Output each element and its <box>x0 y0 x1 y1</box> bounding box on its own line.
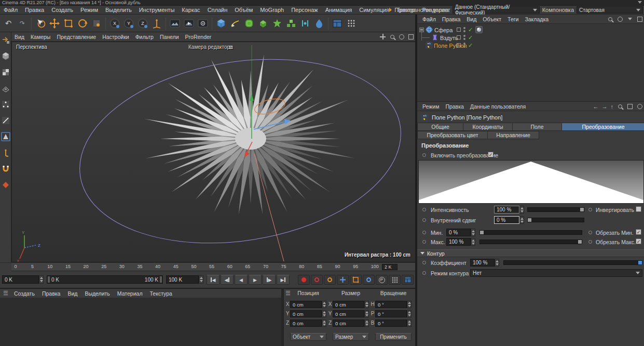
goto-end-button[interactable]: ▶ <box>277 275 290 285</box>
min-slider[interactable] <box>479 230 582 235</box>
inner-offset-field[interactable]: 0 % <box>494 216 524 224</box>
layer-toggle-icon[interactable] <box>457 43 461 47</box>
axis-band-icon[interactable] <box>1 180 10 190</box>
last-tool-icon[interactable] <box>90 16 103 31</box>
menu-item[interactable]: Каркас <box>178 6 203 14</box>
menu-item[interactable]: Создать <box>48 6 77 14</box>
object-row-python-field[interactable]: Поле Python ✓ <box>417 42 644 49</box>
inner-offset-slider[interactable] <box>527 218 584 222</box>
viewport-menu-item[interactable]: Вид <box>11 33 28 41</box>
end-frame-field[interactable]: 100 K <box>166 275 199 284</box>
material-menu-item[interactable]: Вид <box>64 289 81 298</box>
move-tool-icon[interactable] <box>48 16 61 31</box>
viewport-menu-item[interactable]: Камеры <box>28 33 53 41</box>
bulge-deformer-icon[interactable] <box>431 34 439 41</box>
keyframe-dot-icon[interactable] <box>588 240 592 244</box>
intensity-field[interactable]: 100 % <box>494 206 524 214</box>
camera-label[interactable]: Камера редактора <box>188 44 233 50</box>
enable-remap-checkbox[interactable]: ✓ <box>488 152 494 157</box>
sphere-object-icon[interactable] <box>426 26 433 33</box>
intensity-slider[interactable] <box>527 207 584 212</box>
primitive-cube-icon[interactable] <box>214 16 228 31</box>
lock-x-axis-icon[interactable]: X <box>108 16 121 31</box>
viewport-menu-item[interactable]: Панели <box>157 33 182 41</box>
keyframe-dot-icon[interactable] <box>422 231 426 234</box>
object-manager-menu-item[interactable]: Закладка <box>522 15 552 23</box>
tab-remapping[interactable]: Преобразование <box>561 123 644 131</box>
menu-item[interactable]: Инструменты <box>135 6 179 14</box>
previous-key-button[interactable]: ◀ <box>221 275 234 285</box>
pos-x-field[interactable]: 0 cm <box>290 301 326 308</box>
contour-section-header[interactable]: Контур <box>417 249 644 257</box>
orbit-view-icon[interactable] <box>398 33 405 40</box>
center-axis-icon[interactable] <box>298 16 312 31</box>
node-space-dropdown[interactable]: Данное (Стандартный/Физический) <box>453 6 540 14</box>
model-mode-icon[interactable] <box>1 51 10 61</box>
render-view-icon[interactable] <box>168 16 182 31</box>
tab-color-remap[interactable]: Преобразовать цвет <box>417 131 487 139</box>
record-keyframe-button[interactable] <box>298 275 310 285</box>
polygons-mode-icon[interactable] <box>1 132 10 141</box>
viewport-menu-item[interactable]: Настройки <box>99 33 132 41</box>
timeline-ruler[interactable]: 0510152025303540455055606570758085909510… <box>11 262 416 271</box>
live-selection-icon[interactable] <box>34 16 47 31</box>
material-menu-item[interactable]: Правка <box>38 289 64 298</box>
rot-b-field[interactable]: 0 ° <box>375 320 412 327</box>
record-position-button[interactable] <box>337 275 349 285</box>
focus-icon[interactable] <box>636 103 643 110</box>
tab-coordinates[interactable]: Координаты <box>463 123 512 131</box>
coefficient-field[interactable]: 100 % <box>470 259 499 267</box>
material-list-area[interactable] <box>0 298 281 346</box>
menu-item[interactable]: Сплайн <box>204 6 231 14</box>
min-field[interactable]: 0 % <box>446 229 475 236</box>
viewport-canvas[interactable]: Y Z X Перспектива Камера редактора Интер… <box>11 42 416 262</box>
keyframe-dot-icon[interactable] <box>588 231 592 234</box>
menu-item[interactable]: Персонаж <box>287 6 321 14</box>
tab-direction[interactable]: Направление <box>487 131 539 139</box>
menu-item[interactable]: Файл <box>0 6 21 14</box>
history-back-icon[interactable]: ← <box>593 103 599 110</box>
keyframe-dot-icon[interactable] <box>422 208 426 211</box>
volume-icon[interactable] <box>312 16 326 31</box>
menu-item[interactable]: Выделить <box>102 6 135 14</box>
attribute-menu-item[interactable]: Правка <box>442 102 467 111</box>
stepper-icon[interactable] <box>199 275 203 284</box>
visibility-dots-icon[interactable] <box>463 27 466 33</box>
keyframe-selection-button[interactable] <box>324 275 336 285</box>
object-name[interactable]: Поле Python <box>434 43 467 49</box>
filter-icon[interactable] <box>626 16 633 22</box>
keyframe-dot-icon[interactable] <box>588 208 592 211</box>
menu-item[interactable]: Режим <box>77 6 102 14</box>
record-parameter-button[interactable]: P <box>376 275 388 285</box>
material-menu-item[interactable]: Материал <box>114 289 146 298</box>
material-menu-item[interactable]: Выделить <box>81 289 113 298</box>
viewport-menu-item[interactable]: Представление <box>53 33 99 41</box>
size-y-field[interactable]: 0 cm <box>333 310 369 317</box>
edges-mode-icon[interactable] <box>1 116 10 125</box>
lock-y-axis-icon[interactable]: Y <box>122 16 135 31</box>
material-menu-item[interactable]: Текстура <box>146 289 176 298</box>
workplane-icon[interactable] <box>1 84 10 93</box>
enabled-check-icon[interactable]: ✓ <box>468 42 473 49</box>
mograph-icon[interactable] <box>270 16 284 31</box>
layer-toggle-icon[interactable] <box>457 35 461 39</box>
snap-icon[interactable] <box>1 164 10 174</box>
clamp-max-checkbox[interactable]: ✓ <box>636 238 641 244</box>
timeline-zoom-field[interactable]: 2 K <box>382 264 398 270</box>
panel-menu-icon[interactable]: ☰ <box>2 290 9 297</box>
camera-menu-icon[interactable] <box>229 45 233 49</box>
record-scale-button[interactable] <box>350 275 362 285</box>
contour-mode-dropdown[interactable]: Нет <box>470 269 642 277</box>
object-row-sphere[interactable]: Сфера ✓ <box>417 26 644 34</box>
undo-button[interactable]: ↶ <box>2 16 15 31</box>
texture-mode-icon[interactable] <box>1 68 10 77</box>
cloner-array-icon[interactable] <box>284 16 298 31</box>
object-row-bulge[interactable]: Вздуть ✓ <box>417 34 644 42</box>
object-manager-menu-item[interactable]: Объект <box>479 15 504 23</box>
menu-item[interactable]: Объём <box>231 6 256 14</box>
panel-grid-icon[interactable] <box>636 16 643 22</box>
object-manager-menu-item[interactable]: Вид <box>463 15 479 23</box>
zoom-view-icon[interactable] <box>389 33 395 40</box>
size-x-field[interactable]: 0 cm <box>333 301 369 308</box>
coord-mode-dropdown[interactable]: Объект <box>290 333 326 341</box>
